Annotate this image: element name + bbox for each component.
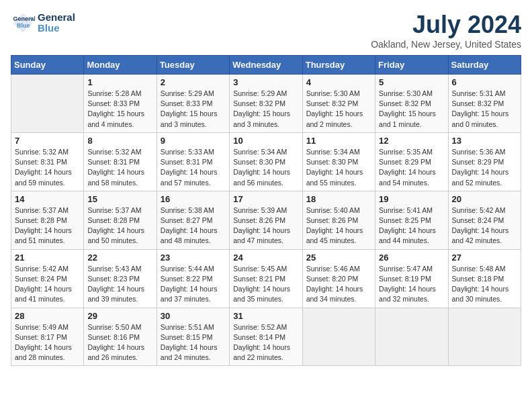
calendar-cell: 7Sunrise: 5:32 AM Sunset: 8:31 PM Daylig… — [11, 132, 84, 191]
calendar-cell: 4Sunrise: 5:30 AM Sunset: 8:32 PM Daylig… — [302, 75, 375, 133]
day-info: Sunrise: 5:42 AM Sunset: 8:24 PM Dayligh… — [452, 205, 517, 246]
day-info: Sunrise: 5:42 AM Sunset: 8:24 PM Dayligh… — [15, 264, 80, 305]
calendar-cell: 6Sunrise: 5:31 AM Sunset: 8:32 PM Daylig… — [448, 75, 521, 133]
calendar-cell: 24Sunrise: 5:45 AM Sunset: 8:21 PM Dayli… — [230, 249, 302, 308]
day-info: Sunrise: 5:33 AM Sunset: 8:31 PM Dayligh… — [161, 147, 226, 188]
day-number: 20 — [452, 194, 517, 204]
calendar-cell: 9Sunrise: 5:33 AM Sunset: 8:31 PM Daylig… — [157, 132, 229, 191]
day-info: Sunrise: 5:49 AM Sunset: 8:17 PM Dayligh… — [15, 322, 80, 363]
day-number: 16 — [161, 194, 226, 204]
day-info: Sunrise: 5:43 AM Sunset: 8:23 PM Dayligh… — [87, 264, 152, 305]
day-info: Sunrise: 5:52 AM Sunset: 8:14 PM Dayligh… — [233, 322, 298, 363]
day-number: 11 — [306, 136, 371, 146]
calendar-cell: 31Sunrise: 5:52 AM Sunset: 8:14 PM Dayli… — [230, 308, 302, 366]
header-tuesday: Tuesday — [157, 56, 229, 75]
header-monday: Monday — [84, 56, 157, 75]
day-number: 8 — [87, 136, 152, 146]
calendar-cell: 28Sunrise: 5:49 AM Sunset: 8:17 PM Dayli… — [11, 308, 84, 366]
day-number: 21 — [15, 253, 80, 263]
day-number: 2 — [161, 77, 226, 87]
calendar-header: SundayMondayTuesdayWednesdayThursdayFrid… — [11, 56, 521, 75]
day-info: Sunrise: 5:37 AM Sunset: 8:28 PM Dayligh… — [87, 205, 152, 246]
day-number: 19 — [379, 194, 444, 204]
calendar-cell: 23Sunrise: 5:44 AM Sunset: 8:22 PM Dayli… — [157, 249, 229, 308]
calendar-cell: 20Sunrise: 5:42 AM Sunset: 8:24 PM Dayli… — [448, 191, 521, 249]
header-saturday: Saturday — [448, 56, 521, 75]
day-number: 27 — [452, 253, 517, 263]
day-info: Sunrise: 5:30 AM Sunset: 8:32 PM Dayligh… — [306, 89, 371, 130]
week-row-4: 21Sunrise: 5:42 AM Sunset: 8:24 PM Dayli… — [11, 249, 521, 308]
day-info: Sunrise: 5:39 AM Sunset: 8:26 PM Dayligh… — [233, 205, 298, 246]
day-number: 25 — [306, 253, 371, 263]
day-number: 12 — [379, 136, 444, 146]
calendar-cell — [448, 308, 521, 366]
calendar-cell: 5Sunrise: 5:30 AM Sunset: 8:32 PM Daylig… — [375, 75, 448, 133]
day-number: 23 — [161, 253, 226, 263]
week-row-3: 14Sunrise: 5:37 AM Sunset: 8:28 PM Dayli… — [11, 191, 521, 249]
day-info: Sunrise: 5:31 AM Sunset: 8:32 PM Dayligh… — [452, 89, 517, 130]
day-info: Sunrise: 5:47 AM Sunset: 8:19 PM Dayligh… — [379, 264, 444, 305]
svg-text:Blue: Blue — [17, 22, 30, 29]
day-number: 29 — [87, 311, 152, 321]
day-number: 14 — [15, 194, 80, 204]
calendar-cell: 22Sunrise: 5:43 AM Sunset: 8:23 PM Dayli… — [84, 249, 157, 308]
day-number: 24 — [233, 253, 298, 263]
day-info: Sunrise: 5:41 AM Sunset: 8:25 PM Dayligh… — [379, 205, 444, 246]
calendar-cell: 29Sunrise: 5:50 AM Sunset: 8:16 PM Dayli… — [84, 308, 157, 366]
day-number: 30 — [161, 311, 226, 321]
calendar-cell: 16Sunrise: 5:38 AM Sunset: 8:27 PM Dayli… — [157, 191, 229, 249]
day-number: 10 — [233, 136, 298, 146]
day-info: Sunrise: 5:48 AM Sunset: 8:18 PM Dayligh… — [452, 264, 517, 305]
page-header: General Blue General Blue July 2024 Oakl… — [11, 11, 521, 50]
logo-line1: General — [38, 12, 75, 24]
day-info: Sunrise: 5:29 AM Sunset: 8:32 PM Dayligh… — [233, 89, 298, 130]
day-number: 22 — [87, 253, 152, 263]
day-info: Sunrise: 5:50 AM Sunset: 8:16 PM Dayligh… — [87, 322, 152, 363]
day-number: 31 — [233, 311, 298, 321]
calendar-cell: 15Sunrise: 5:37 AM Sunset: 8:28 PM Dayli… — [84, 191, 157, 249]
day-number: 6 — [452, 77, 517, 87]
day-number: 26 — [379, 253, 444, 263]
calendar-cell: 19Sunrise: 5:41 AM Sunset: 8:25 PM Dayli… — [375, 191, 448, 249]
day-info: Sunrise: 5:36 AM Sunset: 8:29 PM Dayligh… — [452, 147, 517, 188]
day-info: Sunrise: 5:35 AM Sunset: 8:29 PM Dayligh… — [379, 147, 444, 188]
calendar-cell: 25Sunrise: 5:46 AM Sunset: 8:20 PM Dayli… — [302, 249, 375, 308]
day-number: 1 — [87, 77, 152, 87]
day-info: Sunrise: 5:38 AM Sunset: 8:27 PM Dayligh… — [161, 205, 226, 246]
week-row-1: 1Sunrise: 5:28 AM Sunset: 8:33 PM Daylig… — [11, 75, 521, 133]
day-info: Sunrise: 5:32 AM Sunset: 8:31 PM Dayligh… — [15, 147, 80, 188]
day-number: 9 — [161, 136, 226, 146]
day-info: Sunrise: 5:46 AM Sunset: 8:20 PM Dayligh… — [306, 264, 371, 305]
calendar-table: SundayMondayTuesdayWednesdayThursdayFrid… — [11, 55, 521, 366]
day-info: Sunrise: 5:34 AM Sunset: 8:30 PM Dayligh… — [306, 147, 371, 188]
logo-line2: Blue — [38, 23, 75, 34]
calendar-cell: 14Sunrise: 5:37 AM Sunset: 8:28 PM Dayli… — [11, 191, 84, 249]
calendar-cell: 2Sunrise: 5:29 AM Sunset: 8:33 PM Daylig… — [157, 75, 229, 133]
day-info: Sunrise: 5:34 AM Sunset: 8:30 PM Dayligh… — [233, 147, 298, 188]
week-row-2: 7Sunrise: 5:32 AM Sunset: 8:31 PM Daylig… — [11, 132, 521, 191]
day-number: 28 — [15, 311, 80, 321]
day-info: Sunrise: 5:32 AM Sunset: 8:31 PM Dayligh… — [87, 147, 152, 188]
day-number: 13 — [452, 136, 517, 146]
calendar-cell — [11, 75, 84, 133]
calendar-cell — [302, 308, 375, 366]
calendar-cell: 8Sunrise: 5:32 AM Sunset: 8:31 PM Daylig… — [84, 132, 157, 191]
title-area: July 2024 Oakland, New Jersey, United St… — [371, 11, 521, 50]
week-row-5: 28Sunrise: 5:49 AM Sunset: 8:17 PM Dayli… — [11, 308, 521, 366]
day-info: Sunrise: 5:51 AM Sunset: 8:15 PM Dayligh… — [161, 322, 226, 363]
day-number: 5 — [379, 77, 444, 87]
day-number: 15 — [87, 194, 152, 204]
day-info: Sunrise: 5:45 AM Sunset: 8:21 PM Dayligh… — [233, 264, 298, 305]
header-thursday: Thursday — [302, 56, 375, 75]
day-number: 17 — [233, 194, 298, 204]
header-sunday: Sunday — [11, 56, 84, 75]
day-number: 18 — [306, 194, 371, 204]
logo-icon: General Blue — [11, 11, 35, 35]
calendar-cell: 26Sunrise: 5:47 AM Sunset: 8:19 PM Dayli… — [375, 249, 448, 308]
calendar-cell: 10Sunrise: 5:34 AM Sunset: 8:30 PM Dayli… — [230, 132, 302, 191]
calendar-cell: 13Sunrise: 5:36 AM Sunset: 8:29 PM Dayli… — [448, 132, 521, 191]
main-title: July 2024 — [371, 11, 521, 39]
calendar-cell: 27Sunrise: 5:48 AM Sunset: 8:18 PM Dayli… — [448, 249, 521, 308]
subtitle: Oakland, New Jersey, United States — [371, 39, 521, 50]
header-wednesday: Wednesday — [230, 56, 302, 75]
